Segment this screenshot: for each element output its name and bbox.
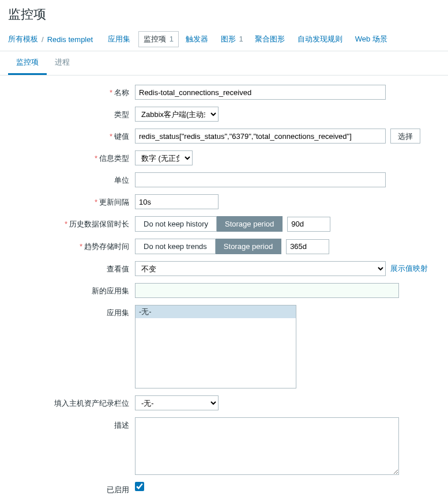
label-host-inventory: 填入主机资产纪录栏位 [8, 395, 135, 409]
label-info-type: *信息类型 [8, 150, 135, 164]
show-value-select[interactable]: 不变 [135, 261, 386, 276]
history-storage-period[interactable]: Storage period [217, 216, 283, 232]
sub-tabs: 监控项 进程 [0, 51, 448, 76]
show-value-mappings-link[interactable]: 展示值映射 [390, 263, 428, 274]
label-type: 类型 [8, 107, 135, 120]
trends-storage-period[interactable]: Storage period [216, 239, 281, 254]
nav-screens[interactable]: 聚合图形 [250, 32, 291, 47]
nav-triggers[interactable]: 触发器 [181, 32, 214, 47]
label-units: 单位 [8, 172, 135, 186]
label-description: 描述 [8, 417, 135, 431]
nav-discovery[interactable]: 自动发现规则 [293, 32, 348, 47]
history-mode-group: Do not keep history Storage period [135, 216, 283, 232]
label-update-interval: *更新间隔 [8, 194, 135, 207]
info-type-select[interactable]: 数字 (无正负) [135, 150, 193, 165]
nav-web[interactable]: Web 场景 [351, 32, 393, 47]
update-interval-input[interactable] [135, 194, 219, 209]
label-name: *名称 [8, 85, 135, 98]
host-inventory-select[interactable]: -无- [135, 395, 219, 410]
label-new-application: 新的应用集 [8, 283, 135, 296]
tab-item[interactable]: 监控项 [8, 51, 47, 75]
breadcrumb-template[interactable]: Redis templet [47, 35, 93, 44]
application-option-none[interactable]: -无- [135, 305, 296, 318]
breadcrumb-sep: / [42, 35, 44, 44]
enabled-checkbox[interactable] [135, 482, 144, 491]
description-textarea[interactable] [135, 417, 399, 475]
type-select[interactable]: Zabbix客户端(主动式) [135, 107, 219, 122]
nav-applications[interactable]: 应用集 [103, 32, 136, 47]
nav-graphs[interactable]: 图形 1 [216, 32, 248, 47]
select-key-button[interactable]: 选择 [390, 129, 420, 144]
trends-value-input[interactable] [286, 239, 329, 254]
breadcrumb-all-templates[interactable]: 所有模板 [8, 34, 38, 44]
label-show-value: 查看值 [8, 261, 135, 274]
applications-listbox[interactable]: -无- [135, 305, 296, 388]
breadcrumb: 所有模板 / Redis templet 应用集 监控项 1 触发器 图形 1 … [0, 28, 448, 51]
history-no-keep[interactable]: Do not keep history [135, 216, 217, 232]
label-history: *历史数据保留时长 [8, 216, 135, 229]
label-trends: *趋势存储时间 [8, 239, 135, 252]
trends-mode-group: Do not keep trends Storage period [135, 239, 281, 254]
trends-no-keep[interactable]: Do not keep trends [135, 239, 216, 254]
key-input[interactable] [135, 129, 386, 144]
page-title: 监控项 [8, 6, 440, 23]
history-value-input[interactable] [287, 217, 330, 232]
label-key: *键值 [8, 129, 135, 142]
nav-items[interactable]: 监控项 1 [138, 31, 179, 47]
label-applications: 应用集 [8, 305, 135, 318]
units-input[interactable] [135, 172, 386, 187]
label-enabled: 已启用 [8, 482, 135, 495]
name-input[interactable] [135, 85, 386, 100]
tab-process[interactable]: 进程 [47, 51, 78, 75]
new-application-input[interactable] [135, 283, 399, 298]
